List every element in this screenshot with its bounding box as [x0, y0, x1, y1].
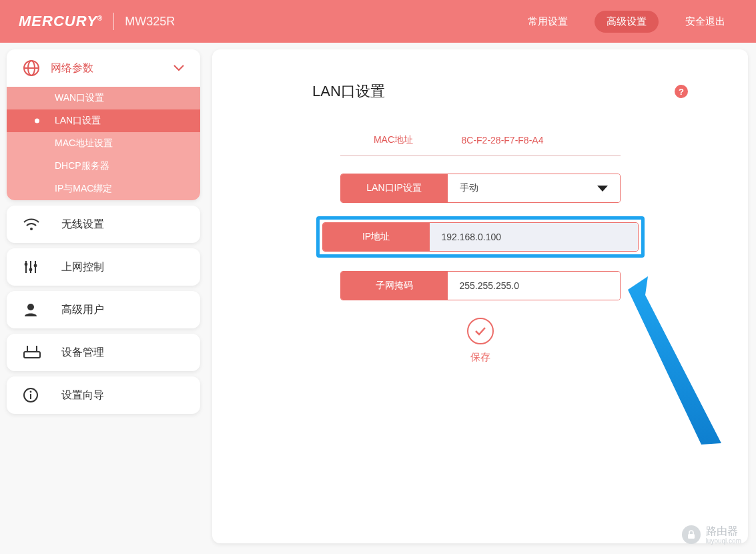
- ip-address-label: IP地址: [323, 223, 430, 251]
- nav-logout[interactable]: 安全退出: [673, 11, 737, 33]
- svg-point-7: [29, 268, 33, 272]
- svg-point-5: [25, 263, 28, 266]
- check-icon: [467, 318, 494, 344]
- info-icon: [23, 387, 61, 403]
- lan-ip-setting-label: LAN口IP设置: [341, 174, 448, 202]
- mac-label: MAC地址: [340, 134, 447, 146]
- sidebar-item-mac[interactable]: MAC地址设置: [7, 132, 200, 155]
- subnet-mask-input[interactable]: [460, 280, 608, 291]
- subnet-mask-field: 子网掩码: [340, 271, 621, 300]
- sliders-icon: [23, 259, 61, 275]
- ip-address-field: IP地址: [322, 222, 639, 252]
- svg-marker-17: [628, 276, 721, 445]
- sidebar-access-label: 上网控制: [61, 260, 104, 274]
- user-icon: [23, 302, 61, 318]
- logo-separator: [113, 13, 114, 30]
- svg-point-9: [34, 264, 37, 268]
- subnet-mask-label: 子网掩码: [341, 272, 448, 300]
- sidebar-network-submenu: WAN口设置 LAN口设置 MAC地址设置 DHCP服务器 IP与MAC绑定: [7, 87, 200, 200]
- ip-highlight-annotation: IP地址: [316, 216, 645, 258]
- sidebar-item-advanced-user[interactable]: 高级用户: [7, 291, 200, 328]
- lan-ip-setting-select[interactable]: 手动: [448, 174, 620, 202]
- annotation-arrow-icon: [621, 263, 728, 450]
- sidebar-item-ipmac[interactable]: IP与MAC绑定: [7, 178, 200, 200]
- nav-advanced-settings[interactable]: 高级设置: [595, 11, 659, 33]
- sidebar-network-label: 网络参数: [51, 61, 93, 75]
- wifi-icon: [23, 217, 61, 232]
- svg-rect-13: [24, 352, 40, 358]
- sidebar-wizard-label: 设置向导: [61, 388, 104, 402]
- sidebar-advuser-label: 高级用户: [61, 303, 104, 317]
- globe-icon: [23, 59, 51, 77]
- help-icon[interactable]: ?: [675, 85, 688, 98]
- svg-rect-16: [30, 394, 31, 399]
- nav-common-settings[interactable]: 常用设置: [516, 11, 580, 33]
- svg-point-10: [27, 304, 34, 310]
- ip-address-input[interactable]: [442, 232, 626, 242]
- logo-block: MERCURY® MW325R: [19, 13, 175, 30]
- sidebar-item-wizard[interactable]: 设置向导: [7, 376, 200, 414]
- sidebar-item-wan[interactable]: WAN口设置: [7, 87, 200, 109]
- sidebar: 网络参数 WAN口设置 LAN口设置 MAC地址设置 DHCP服务器 IP与MA…: [7, 49, 200, 543]
- sidebar-item-dhcp[interactable]: DHCP服务器: [7, 155, 200, 178]
- sidebar-item-wireless[interactable]: 无线设置: [7, 206, 200, 243]
- content-panel: LAN口设置 ? MAC地址 8C-F2-28-F7-F8-A4 LAN口IP设…: [212, 49, 748, 543]
- sidebar-device-label: 设备管理: [61, 346, 104, 360]
- sidebar-item-lan[interactable]: LAN口设置: [7, 109, 200, 132]
- watermark-text: 路由器: [706, 525, 738, 537]
- sidebar-item-access-control[interactable]: 上网控制: [7, 248, 200, 286]
- model-label: MW325R: [125, 15, 175, 29]
- watermark-sub: luyouqi.com: [706, 537, 741, 545]
- brand-logo: MERCURY®: [19, 13, 103, 30]
- svg-point-3: [30, 228, 33, 230]
- mac-value: 8C-F2-28-F7-F8-A4: [447, 135, 621, 146]
- dropdown-caret-icon: [597, 186, 608, 192]
- router-icon: [23, 345, 61, 360]
- lan-ip-setting-field: LAN口IP设置 手动: [340, 174, 621, 203]
- svg-rect-18: [688, 534, 695, 539]
- lock-icon: [682, 525, 701, 544]
- sidebar-network-panel: 网络参数 WAN口设置 LAN口设置 MAC地址设置 DHCP服务器 IP与MA…: [7, 49, 200, 200]
- top-nav: 常用设置 高级设置 安全退出: [516, 11, 737, 33]
- save-label: 保存: [470, 351, 490, 364]
- sidebar-network-header[interactable]: 网络参数: [7, 49, 200, 87]
- watermark: 路由器 luyouqi.com: [682, 525, 741, 545]
- svg-point-15: [30, 391, 32, 393]
- page-title: LAN口设置: [312, 81, 385, 101]
- chevron-down-icon: [173, 65, 184, 71]
- lan-ip-setting-value: 手动: [460, 182, 478, 194]
- top-bar: MERCURY® MW325R 常用设置 高级设置 安全退出: [0, 0, 756, 43]
- sidebar-wireless-label: 无线设置: [61, 218, 104, 232]
- lan-form: MAC地址 8C-F2-28-F7-F8-A4 LAN口IP设置 手动 IP地址: [340, 125, 621, 364]
- mac-row: MAC地址 8C-F2-28-F7-F8-A4: [340, 125, 621, 156]
- save-button[interactable]: 保存: [340, 318, 621, 364]
- sidebar-item-device-mgmt[interactable]: 设备管理: [7, 334, 200, 371]
